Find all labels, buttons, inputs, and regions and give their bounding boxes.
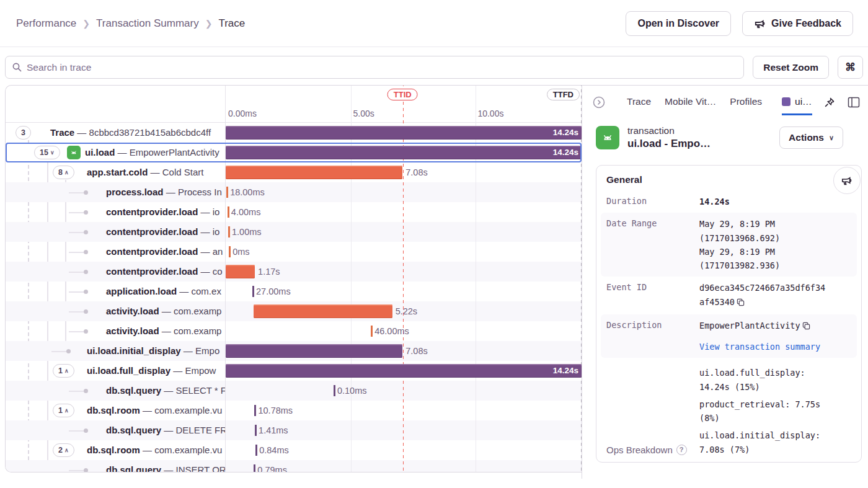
span-tree-cell[interactable]: 1∧ui.load.full_display — Empow [6,361,226,381]
ttfd-marker-pill[interactable]: TTFD [547,89,580,100]
tab-ui-load[interactable]: ui… [782,89,812,115]
span-row-activity.load[interactable]: activity.load — com.examp46.00ms [6,321,582,341]
span-row-contentprovider.load[interactable]: contentprovider.load — an0ms [6,242,582,262]
span-tree-cell[interactable]: 3Trace — 8cbbcd38721b415ab6cbdc4ff [6,123,226,143]
children-count-pill[interactable]: 3 [16,126,31,140]
pin-tab-button[interactable] [822,95,836,110]
span-tick[interactable] [371,326,373,337]
span-bar[interactable] [226,166,402,179]
span-timeline-cell[interactable]: 5.22s [226,301,582,321]
span-tree-cell[interactable]: 1∧db.sql.room — com.example.vu [6,401,226,420]
span-tree-cell[interactable]: contentprovider.load — io [6,202,226,222]
span-tree-cell[interactable]: 8∧app.start.cold — Cold Start [6,162,226,182]
span-tick[interactable] [229,246,231,257]
span-tick[interactable] [228,226,230,237]
span-tree-cell[interactable]: contentprovider.load — an [6,242,226,262]
span-row-db.sql.query[interactable]: db.sql.query — DELETE FR1.41ms [6,420,582,440]
span-tick[interactable] [228,206,229,218]
children-count-pill[interactable]: 1∧ [53,404,74,417]
span-tree-cell[interactable]: activity.load — com.examp [6,321,226,341]
search-box[interactable] [5,56,744,79]
span-timeline-cell[interactable]: 46.00ms [226,321,582,341]
span-row-db.sql.room[interactable]: 1∧db.sql.room — com.example.vu10.78ms [6,401,582,420]
span-row-ui.load.full_display[interactable]: 1∧ui.load.full_display — Empow14.24s [6,361,582,381]
span-timeline-cell[interactable]: 0.79ms [226,460,582,472]
span-tick[interactable] [252,286,254,297]
span-tick[interactable] [254,464,255,472]
span-tree-cell[interactable]: contentprovider.load — co [6,262,226,282]
span-timeline-cell[interactable]: 0.10ms [226,381,582,401]
tab-profiles[interactable]: Profiles [730,89,762,115]
span-timeline-cell[interactable]: 14.24s [226,123,582,143]
search-input[interactable] [27,62,737,73]
span-timeline-cell[interactable]: 7.08s [226,341,582,361]
span-bar[interactable] [226,344,402,358]
give-feedback-button[interactable]: Give Feedback [742,11,853,36]
span-timeline-cell[interactable]: 1.17s [226,262,582,282]
ttid-marker-pill[interactable]: TTID [388,89,418,100]
span-tree-cell[interactable]: application.load — com.ex [6,282,226,301]
panel-left-layout-button[interactable] [846,95,861,109]
span-tree-cell[interactable]: db.sql.query — DELETE FR [6,420,226,440]
span-timeline-cell[interactable]: 27.00ms [226,282,582,301]
span-bar[interactable]: 14.24s [226,126,582,140]
span-timeline-cell[interactable]: 0.84ms [226,440,582,460]
span-tree-cell[interactable]: contentprovider.load — io [6,222,226,242]
span-tree-cell[interactable]: db.sql.query — INSERT OR [6,460,226,472]
span-row-contentprovider.load[interactable]: contentprovider.load — io1.00ms [6,222,582,242]
span-tick[interactable] [255,445,257,456]
span-tree-cell[interactable]: 15∨ui.load — EmpowerPlantActivity [6,143,226,162]
span-row-ui.load[interactable]: 15∨ui.load — EmpowerPlantActivity14.24s [6,143,582,162]
span-tree-cell[interactable]: ui.load.initial_display — Empo [6,341,226,361]
span-timeline-cell[interactable]: 14.24s [226,361,582,381]
children-count-pill[interactable]: 1∧ [53,364,74,378]
span-bar[interactable] [254,304,392,318]
span-row-db.sql.query[interactable]: db.sql.query — SELECT * F0.10ms [6,381,582,401]
span-tick[interactable] [255,425,257,436]
open-in-discover-button[interactable]: Open in Discover [626,11,731,36]
shortcut-button[interactable]: ⌘ [838,56,863,79]
span-bar[interactable] [226,265,255,278]
span-tree-cell[interactable]: db.sql.query — SELECT * F [6,381,226,401]
expand-drawer-button[interactable] [591,94,607,110]
span-row-Trace[interactable]: 3Trace — 8cbbcd38721b415ab6cbdc4ff14.24s [6,123,582,143]
floating-feedback-button[interactable] [833,167,861,194]
span-row-activity.load[interactable]: activity.load — com.examp5.22s [6,301,582,321]
span-tick[interactable] [226,187,228,198]
timeline-header[interactable]: TTID TTFD 0.00ms5.00s10.00s [226,86,582,123]
span-timeline-cell[interactable]: 1.41ms [226,420,582,440]
span-timeline-cell[interactable]: 4.00ms [226,202,582,222]
children-count-pill[interactable]: 15∨ [34,146,60,159]
tab-mobile-vit-[interactable]: Mobile Vit… [665,89,716,115]
children-count-pill[interactable]: 8∧ [53,166,74,179]
span-row-app.start.cold[interactable]: 8∧app.start.cold — Cold Start7.08s [6,162,582,182]
span-tree-cell[interactable]: activity.load — com.examp [6,301,226,321]
span-row-db.sql.room[interactable]: 2∧db.sql.room — com.example.vu0.84ms [6,440,582,460]
span-timeline-cell[interactable]: 10.78ms [226,401,582,420]
span-tree-cell[interactable]: 2∧db.sql.room — com.example.vu [6,440,226,460]
view-transaction-summary-link[interactable]: View transaction summary [699,340,828,353]
span-timeline-cell[interactable]: 7.08s [226,162,582,182]
span-tree-cell[interactable]: process.load — Process In [6,182,226,202]
actions-button[interactable]: Actions ∨ [779,126,843,149]
span-bar[interactable]: 14.24s [226,146,582,159]
span-timeline-cell[interactable]: 1.00ms [226,222,582,242]
span-tick[interactable] [334,385,335,396]
span-timeline-cell[interactable]: 18.00ms [226,182,582,202]
span-row-application.load[interactable]: application.load — com.ex27.00ms [6,282,582,301]
span-tick[interactable] [254,405,256,416]
span-row-db.sql.query[interactable]: db.sql.query — INSERT OR0.79ms [6,460,582,472]
span-row-process.load[interactable]: process.load — Process In18.00ms [6,182,582,202]
span-row-ui.load.initial_display[interactable]: ui.load.initial_display — Empo7.08s [6,341,582,361]
span-row-contentprovider.load[interactable]: contentprovider.load — io4.00ms [6,202,582,222]
help-icon[interactable]: ? [676,445,687,455]
breadcrumb-item-performance[interactable]: Performance [16,17,76,30]
span-row-contentprovider.load[interactable]: contentprovider.load — co1.17s [6,262,582,282]
reset-zoom-button[interactable]: Reset Zoom [753,56,829,79]
copy-icon[interactable] [737,296,745,310]
children-count-pill[interactable]: 2∧ [53,443,74,457]
span-timeline-cell[interactable]: 0ms [226,242,582,262]
span-timeline-cell[interactable]: 14.24s [226,143,582,162]
span-bar[interactable]: 14.24s [226,364,582,378]
tab-trace[interactable]: Trace [627,89,651,115]
